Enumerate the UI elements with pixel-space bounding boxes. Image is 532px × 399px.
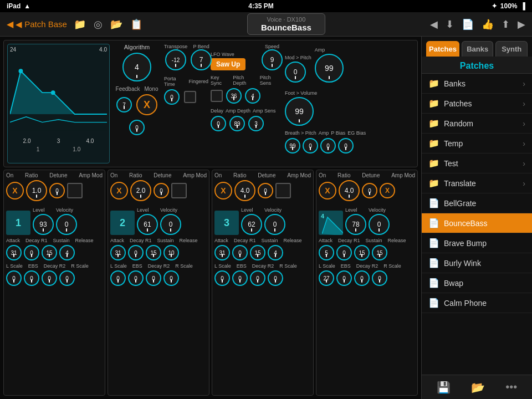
op4-level-knob[interactable]: 78 xyxy=(345,214,366,235)
chevron-right-icon[interactable]: ▶ xyxy=(518,18,525,30)
more-icon[interactable]: ••• xyxy=(505,381,517,393)
op4-release[interactable]: 15 xyxy=(372,245,387,260)
op4-on-button[interactable]: X xyxy=(319,182,336,200)
op3-on-button[interactable]: X xyxy=(214,182,232,200)
mod-pitch-knob[interactable]: 0 xyxy=(285,62,306,83)
breath-knob[interactable]: 99 xyxy=(285,138,300,154)
sidebar-item-random[interactable]: 📁 Random › xyxy=(422,114,532,134)
sidebar-item-bouncebass[interactable]: 📄 BounceBass xyxy=(422,213,532,233)
op3-ebs[interactable]: 0 xyxy=(232,270,248,286)
sidebar-item-calmphone[interactable]: 📄 Calm Phone xyxy=(422,293,532,313)
op4-detune-knob[interactable]: 0 xyxy=(362,183,377,198)
mono-x-button[interactable]: X xyxy=(136,94,157,115)
download-icon[interactable]: ⬇ xyxy=(446,18,454,30)
sidebar-item-patches[interactable]: 📁 Patches › xyxy=(422,94,532,114)
op1-ratio-knob[interactable]: 1.0 xyxy=(26,180,47,201)
lfo-wave-button[interactable]: Saw Up xyxy=(211,58,245,70)
op2-decay1[interactable]: 0 xyxy=(128,245,144,260)
porta-knob[interactable]: 0 xyxy=(164,89,180,105)
pitchsens-knob[interactable]: 4 xyxy=(245,88,260,104)
op3-rscale[interactable]: 0 xyxy=(268,270,283,286)
op2-sustain[interactable]: 15 xyxy=(146,245,161,260)
amp-knob[interactable]: 99 xyxy=(315,54,344,83)
op2-detune-knob[interactable]: 0 xyxy=(154,183,169,198)
op1-decay1[interactable]: 0 xyxy=(24,245,39,260)
op2-release[interactable]: 10 xyxy=(163,245,179,260)
op4-ampmod-x[interactable]: X xyxy=(380,183,395,198)
op2-lscale[interactable]: 0 xyxy=(110,270,126,286)
op4-decay1[interactable]: 0 xyxy=(336,245,352,260)
op1-velocity-knob[interactable]: 0 xyxy=(56,214,77,235)
op1-attack[interactable]: 31 xyxy=(6,245,22,260)
op1-decay2[interactable]: 0 xyxy=(42,270,57,286)
op2-ampmod-check[interactable] xyxy=(171,183,187,198)
op4-lscale[interactable]: 27 xyxy=(319,270,334,286)
op4-decay2[interactable]: 0 xyxy=(354,270,370,286)
share-icon[interactable]: 📂 xyxy=(110,18,122,30)
sidebar-item-temp[interactable]: 📁 Temp › xyxy=(422,134,532,154)
op3-detune-knob[interactable]: 0 xyxy=(258,183,273,198)
op2-ebs[interactable]: 0 xyxy=(128,270,144,286)
op4-attack[interactable]: 5 xyxy=(319,245,334,260)
op1-level-knob[interactable]: 93 xyxy=(33,214,54,235)
amp2-knob[interactable]: 0 xyxy=(303,138,318,154)
op1-lscale[interactable]: 0 xyxy=(6,270,22,286)
op1-rscale[interactable]: 0 xyxy=(59,270,75,286)
algorithm-knob[interactable]: 4 xyxy=(122,53,151,81)
ampdepth-knob[interactable]: 89 xyxy=(229,116,245,131)
op4-sustain[interactable]: 15 xyxy=(354,245,370,260)
upload-icon[interactable]: ⬆ xyxy=(502,18,510,30)
op3-ratio-knob[interactable]: 4.0 xyxy=(234,180,255,201)
sidebar-item-burlywink[interactable]: 📄 Burly Wink xyxy=(422,253,532,273)
op2-level-knob[interactable]: 61 xyxy=(137,214,158,235)
face-icon[interactable]: ◎ xyxy=(94,18,103,30)
op2-decay2[interactable]: 0 xyxy=(146,270,161,286)
like-icon[interactable]: 👍 xyxy=(482,18,494,30)
back-button[interactable]: ◀ ◀ Patch Base xyxy=(7,19,67,29)
pbias-knob[interactable]: 0 xyxy=(320,138,336,154)
op2-ratio-knob[interactable]: 2.0 xyxy=(130,180,151,201)
op3-level-knob[interactable]: 62 xyxy=(241,214,262,235)
op1-detune-knob[interactable]: 0 xyxy=(49,183,65,198)
op3-decay1[interactable]: 0 xyxy=(232,245,248,260)
folder-open-icon[interactable]: 📂 xyxy=(471,381,485,394)
delay-knob[interactable]: 0 xyxy=(211,116,226,131)
op3-velocity-knob[interactable]: 0 xyxy=(264,214,285,235)
op2-rscale[interactable]: 0 xyxy=(163,270,179,286)
op4-rscale[interactable]: 0 xyxy=(372,270,387,286)
pitchdepth-knob[interactable]: 36 xyxy=(226,88,242,104)
chevron-left-icon[interactable]: ◀ xyxy=(430,18,438,30)
op3-release[interactable]: 4 xyxy=(268,245,283,260)
op1-ebs[interactable]: 0 xyxy=(24,270,39,286)
fingered-checkbox[interactable] xyxy=(184,91,196,103)
op1-sustain[interactable]: 15 xyxy=(42,245,57,260)
pbend-knob[interactable]: 7 xyxy=(191,49,212,70)
op3-ampmod-check[interactable] xyxy=(275,183,291,198)
op2-velocity-knob[interactable]: 0 xyxy=(160,214,181,235)
sidebar-item-bellgrate[interactable]: 📄 BellGrate xyxy=(422,193,532,213)
op1-release[interactable]: 4 xyxy=(59,245,75,260)
op3-lscale[interactable]: 0 xyxy=(214,270,230,286)
sidebar-item-translate[interactable]: 📁 Translate › xyxy=(422,173,532,193)
op1-ampmod-check[interactable] xyxy=(67,183,83,198)
save-icon[interactable]: 💾 xyxy=(437,381,451,394)
sidebar-item-banks[interactable]: 📁 Banks › xyxy=(422,74,532,94)
op4-velocity-knob[interactable]: 0 xyxy=(369,214,390,235)
feedback-knob[interactable]: 7 xyxy=(116,97,132,112)
egbias-knob[interactable]: 0 xyxy=(338,138,354,154)
algo-extra-knob[interactable]: 0 xyxy=(129,120,145,135)
foot-knob[interactable]: 99 xyxy=(285,97,314,126)
speed-knob[interactable]: 9 xyxy=(262,49,283,70)
transpose-knob[interactable]: -12 xyxy=(165,49,186,70)
ampsens-knob[interactable]: 3 xyxy=(248,116,264,131)
op1-on-button[interactable]: X xyxy=(6,182,24,200)
sidebar-item-test[interactable]: 📁 Test › xyxy=(422,154,532,173)
op4-ratio-knob[interactable]: 4.0 xyxy=(339,180,360,201)
tab-synth[interactable]: Synth xyxy=(495,41,528,57)
sidebar-item-bwap[interactable]: 📄 Bwap xyxy=(422,273,532,293)
new-doc-icon[interactable]: 📄 xyxy=(462,18,474,30)
sidebar-item-bravebump[interactable]: 📄 Brave Bump xyxy=(422,233,532,253)
op3-sustain[interactable]: 15 xyxy=(250,245,265,260)
op2-attack[interactable]: 31 xyxy=(110,245,126,260)
tab-banks[interactable]: Banks xyxy=(462,41,494,57)
